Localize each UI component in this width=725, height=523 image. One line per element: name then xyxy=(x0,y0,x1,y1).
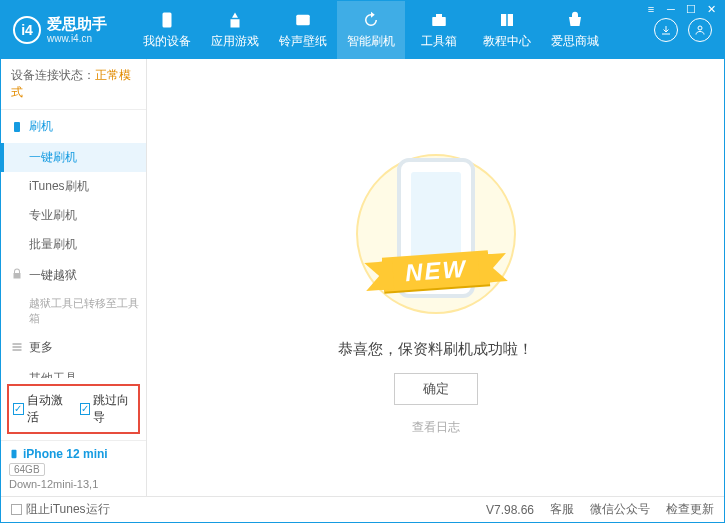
main-content: NEW 恭喜您，保资料刷机成功啦！ 确定 查看日志 xyxy=(147,59,724,496)
store-icon xyxy=(566,11,584,29)
version-label: V7.98.66 xyxy=(486,503,534,517)
header-bar: ≡ ─ ☐ ✕ i4 爱思助手 www.i4.cn 我的设备 应用游戏 铃声壁纸 xyxy=(1,1,724,59)
close-icon[interactable]: ✕ xyxy=(704,3,718,15)
jailbreak-note: 越狱工具已转移至工具箱 xyxy=(29,292,146,331)
sidebar-section-jailbreak[interactable]: 一键越狱 xyxy=(1,259,146,292)
sidebar-scroll: 刷机 一键刷机 iTunes刷机 专业刷机 批量刷机 一键越狱 越狱工具已转移至… xyxy=(1,110,146,378)
logo: i4 爱思助手 www.i4.cn xyxy=(13,16,133,44)
sidebar-item-itunes-flash[interactable]: iTunes刷机 xyxy=(29,172,146,201)
success-message: 恭喜您，保资料刷机成功啦！ xyxy=(338,340,533,359)
list-icon xyxy=(11,341,23,353)
footer-wechat[interactable]: 微信公众号 xyxy=(590,501,650,518)
nav-tutorials[interactable]: 教程中心 xyxy=(473,1,541,59)
refresh-icon xyxy=(362,11,380,29)
svg-rect-3 xyxy=(436,14,442,17)
lock-icon xyxy=(11,268,23,283)
sidebar-item-batch-flash[interactable]: 批量刷机 xyxy=(29,230,146,259)
auto-activate-label: 自动激活 xyxy=(27,392,68,426)
sidebar-item-pro-flash[interactable]: 专业刷机 xyxy=(29,201,146,230)
user-button[interactable] xyxy=(688,18,712,42)
svg-rect-6 xyxy=(12,450,17,458)
top-nav: 我的设备 应用游戏 铃声壁纸 智能刷机 工具箱 教程中心 xyxy=(133,1,609,59)
minimize-icon[interactable]: ─ xyxy=(664,3,678,15)
wallpaper-icon xyxy=(294,11,312,29)
footer-bar: 阻止iTunes运行 V7.98.66 客服 微信公众号 检查更新 xyxy=(1,496,724,522)
apps-icon xyxy=(226,11,244,29)
book-icon xyxy=(498,11,516,29)
new-banner: NEW xyxy=(381,250,489,291)
sidebar-item-oneclick-flash[interactable]: 一键刷机 xyxy=(1,143,146,172)
app-window: ≡ ─ ☐ ✕ i4 爱思助手 www.i4.cn 我的设备 应用游戏 铃声壁纸 xyxy=(0,0,725,523)
download-button[interactable] xyxy=(654,18,678,42)
svg-rect-1 xyxy=(296,14,310,25)
app-title: 爱思助手 xyxy=(47,16,107,33)
header-actions xyxy=(654,18,716,42)
window-controls: ≡ ─ ☐ ✕ xyxy=(644,3,718,15)
logo-icon: i4 xyxy=(13,16,41,44)
device-panel[interactable]: iPhone 12 mini 64GB Down-12mini-13,1 xyxy=(1,440,146,496)
sidebar-item-other-tools[interactable]: 其他工具 xyxy=(29,364,146,378)
download-icon xyxy=(660,24,672,36)
checkbox-skip-guide[interactable]: ✓ 跳过向导 xyxy=(80,392,135,426)
toolbox-icon xyxy=(430,11,448,29)
svg-rect-0 xyxy=(163,12,172,27)
menu-icon[interactable]: ≡ xyxy=(644,3,658,15)
device-icon xyxy=(9,447,19,461)
body: 设备连接状态：正常模式 刷机 一键刷机 iTunes刷机 专业刷机 批量刷机 一… xyxy=(1,59,724,496)
nav-my-device[interactable]: 我的设备 xyxy=(133,1,201,59)
sidebar-section-flash[interactable]: 刷机 xyxy=(1,110,146,143)
checkbox-block-itunes[interactable]: 阻止iTunes运行 xyxy=(11,501,110,518)
success-illustration: NEW xyxy=(351,134,521,334)
checkbox-auto-activate[interactable]: ✓ 自动激活 xyxy=(13,392,68,426)
device-model: Down-12mini-13,1 xyxy=(9,478,138,490)
phone-small-icon xyxy=(11,121,23,133)
connection-status: 设备连接状态：正常模式 xyxy=(1,59,146,110)
view-log-link[interactable]: 查看日志 xyxy=(412,419,460,436)
maximize-icon[interactable]: ☐ xyxy=(684,3,698,15)
app-url: www.i4.cn xyxy=(47,33,107,44)
sidebar-section-more[interactable]: 更多 xyxy=(1,331,146,364)
flash-options-highlight: ✓ 自动激活 ✓ 跳过向导 xyxy=(7,384,140,434)
sidebar: 设备连接状态：正常模式 刷机 一键刷机 iTunes刷机 专业刷机 批量刷机 一… xyxy=(1,59,147,496)
svg-rect-5 xyxy=(14,122,20,132)
nav-smart-flash[interactable]: 智能刷机 xyxy=(337,1,405,59)
device-storage: 64GB xyxy=(9,463,45,476)
footer-update[interactable]: 检查更新 xyxy=(666,501,714,518)
user-icon xyxy=(694,24,706,36)
nav-store[interactable]: 爱思商城 xyxy=(541,1,609,59)
svg-point-4 xyxy=(698,26,702,30)
nav-ringtones[interactable]: 铃声壁纸 xyxy=(269,1,337,59)
svg-rect-2 xyxy=(432,17,446,26)
ok-button[interactable]: 确定 xyxy=(394,373,478,405)
footer-service[interactable]: 客服 xyxy=(550,501,574,518)
phone-icon xyxy=(158,11,176,29)
skip-guide-label: 跳过向导 xyxy=(93,392,134,426)
nav-toolbox[interactable]: 工具箱 xyxy=(405,1,473,59)
nav-apps[interactable]: 应用游戏 xyxy=(201,1,269,59)
device-name: iPhone 12 mini xyxy=(9,447,138,461)
